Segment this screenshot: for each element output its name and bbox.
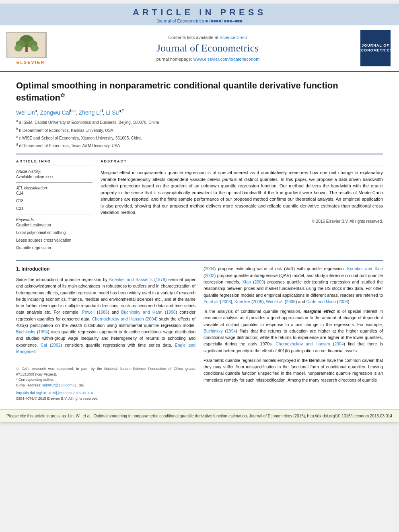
intro-para-right-2: In the analysis of conditional quantile …	[204, 308, 383, 354]
info-divider-3	[16, 214, 93, 214]
main-content: Optimal smoothing in nonparametric condi…	[0, 72, 399, 409]
journal-ref-text: Journal of Econometrics ■ (■■■■) ■■■–■■■	[0, 18, 399, 23]
abstract-divider	[101, 166, 383, 166]
ref-b94b-year[interactable]: 1994	[226, 329, 236, 333]
homepage-link[interactable]: www.elsevier.com/locate/jeconom	[193, 57, 259, 62]
ref-chern-hansen-link[interactable]: Chernozhukov and Hansen	[92, 316, 144, 321]
footer-copyright: 0304-4076/© 2015 Elsevier B.V. All right…	[16, 396, 98, 401]
doi-link[interactable]: http://dx.doi.org/10.1016/j.jeconom.2015…	[16, 390, 195, 396]
body-right-column: (2004) propose estimating value at risk …	[204, 265, 383, 401]
article-info-label: ARTICLE INFO	[16, 159, 93, 163]
jel-c18: C18	[16, 199, 93, 203]
ref-xiao-link[interactable]: Xiao	[243, 279, 251, 284]
authors-line: Wei Lina, Zongwu Caib,c, Zheng Lid, Li S…	[16, 109, 383, 116]
journal-title: Journal of Econometrics	[63, 42, 352, 54]
title-footnote: ✩	[60, 92, 65, 99]
affil-b: b b Department of Economics, Kansas Univ…	[16, 127, 383, 134]
affil-d: d d Department of Economics, Texas A&M U…	[16, 142, 383, 149]
affiliations: a a ISEM, Capital University of Economic…	[16, 119, 383, 149]
svg-point-5	[14, 45, 23, 51]
article-info-column: ARTICLE INFO Article history: Available …	[16, 159, 93, 253]
author-zongwu-cai[interactable]: Zongwu Cai	[40, 109, 70, 115]
email-footnote: E-mail address: sul0917@163.com (L. Su).	[16, 383, 195, 388]
citation-banner: Please cite this article in press as: Li…	[0, 409, 399, 422]
abstract-content: Marginal effect in nonparametric quantil…	[101, 170, 383, 215]
ref-cade-link[interactable]: Cade and Noon	[306, 299, 336, 304]
svg-point-6	[31, 45, 39, 51]
keyword-4: Quantile regression	[16, 246, 93, 250]
history-label: Article history:	[16, 169, 93, 174]
header-divider	[16, 154, 383, 154]
svg-rect-4	[25, 45, 28, 52]
abstract-column: ABSTRACT Marginal effect in nonparametri…	[101, 159, 383, 253]
footnotes-area: ✩ Cai's research was supported, in part,…	[16, 363, 195, 401]
article-title: Optimal smoothing in nonparametric condi…	[16, 80, 383, 104]
journal-cover-image: JOURNAL OF ECONOMETRICS	[360, 30, 391, 66]
ref-bh-year[interactable]: 1998	[166, 310, 175, 314]
ref-cai-year[interactable]: 2002	[51, 343, 60, 347]
info-divider-1	[16, 166, 93, 166]
article-in-press-text: ARTICLE IN PRESS	[0, 7, 399, 18]
journal-thumbnail: JOURNAL OF ECONOMETRICS	[360, 30, 393, 66]
cai-footnote: ✩ Cai's research was supported, in part,…	[16, 366, 195, 377]
elsevier-text: ELSEVIER	[6, 60, 55, 65]
keyword-2: Local polynomial smoothing	[16, 230, 93, 235]
ref-koenker-bassett-link[interactable]: Koenker and Bassett's	[109, 277, 153, 282]
ref-buchinsky94b-link[interactable]: Buchinsky	[204, 329, 223, 333]
author-wei-lin[interactable]: Wei Lin	[16, 109, 35, 115]
ref-b94-year[interactable]: 1994	[39, 329, 48, 334]
ref-buchinsky-hahn-link[interactable]: Buchinsky and Hahn	[121, 310, 162, 314]
intro-para-right-1: (2004) propose estimating value at risk …	[204, 265, 383, 305]
ref-wei-link[interactable]: Wei et al.	[266, 299, 284, 304]
body-left-column: 1. Introduction Since the introduction o…	[16, 265, 195, 401]
ref-yu-link[interactable]: Yu et al.	[204, 299, 219, 304]
ref-ch2-year[interactable]: 2004	[334, 341, 343, 346]
elsevier-logo-image	[6, 32, 47, 58]
ref-chern-hansen2-link[interactable]: Chernozhukov and Hansen	[276, 341, 330, 346]
journal-cover-text: JOURNAL OF ECONOMETRICS	[358, 43, 393, 53]
ref-xiao-year[interactable]: 2009	[254, 279, 263, 284]
ref-koenker-xiao-link[interactable]: Koenker and Xiao	[347, 266, 383, 271]
info-abstract-section: ARTICLE INFO Article history: Available …	[16, 159, 383, 253]
info-divider-2	[16, 182, 93, 183]
press-banner: ARTICLE IN PRESS Journal of Econometrics…	[0, 4, 399, 25]
ref-k2005-year[interactable]: 2005	[253, 299, 262, 304]
introduction-heading: 1. Introduction	[16, 265, 195, 273]
ref-cai2002-link[interactable]: Cai	[41, 343, 47, 347]
ref-powell-year[interactable]: 1986	[99, 310, 108, 314]
body-columns: 1. Introduction Since the introduction o…	[16, 265, 383, 401]
ref-cade-year[interactable]: 2003	[339, 299, 348, 304]
sciencedirect-link[interactable]: ScienceDirect	[220, 35, 247, 40]
homepage-line: journal homepage: www.elsevier.com/locat…	[63, 57, 352, 62]
ref-powell-link[interactable]: Powell	[82, 310, 95, 314]
ref-koenker2005-link[interactable]: Koenker	[234, 299, 250, 304]
keyword-1: Gradient estimation	[16, 223, 93, 227]
ref-1978-link[interactable]: 1978	[156, 277, 165, 282]
corresponding-footnote: * Corresponding author.	[16, 377, 195, 383]
ref-kx-year[interactable]: 2002	[205, 273, 214, 278]
email-link[interactable]: sul0917@163.com	[42, 383, 72, 387]
journal-center: Contents lists available at ScienceDirec…	[55, 35, 360, 62]
ref-buchinsky94-link[interactable]: Buchinsky	[16, 329, 35, 334]
author-zheng-li[interactable]: Zheng Li	[79, 109, 101, 115]
ref-ch-year[interactable]: 2004	[147, 316, 156, 321]
jel-c14: C14	[16, 191, 93, 195]
abstract-text: Marginal effect in nonparametric quantil…	[101, 169, 383, 216]
affil-a: a a ISEM, Capital University of Economic…	[16, 119, 383, 125]
keyword-3: Lease squares cross validation	[16, 238, 93, 242]
author-li-su[interactable]: Li Su	[106, 109, 119, 115]
abstract-copyright: © 2015 Elsevier B.V. All rights reserved…	[101, 219, 383, 224]
history-value: Available online xxxx	[16, 175, 93, 179]
contents-line: Contents lists available at ScienceDirec…	[63, 35, 352, 40]
intro-para-right-3: Parametric quantile regression models em…	[204, 357, 383, 383]
abstract-label: ABSTRACT	[101, 159, 383, 163]
ref-yu-year[interactable]: 2003	[221, 299, 230, 304]
affil-c: c c WISE and School of Economics, Xiamen…	[16, 134, 383, 141]
ref-wei-year[interactable]: 2006	[286, 299, 295, 304]
intro-para-1: Since the introduction of quantile regre…	[16, 276, 195, 355]
ref-2004-link[interactable]: 2004	[205, 266, 214, 271]
journal-header: ELSEVIER Contents lists available at Sci…	[0, 25, 399, 72]
body-divider	[16, 260, 383, 261]
elsevier-logo-area: ELSEVIER	[6, 32, 55, 65]
jel-label: JEL classification:	[16, 186, 93, 190]
